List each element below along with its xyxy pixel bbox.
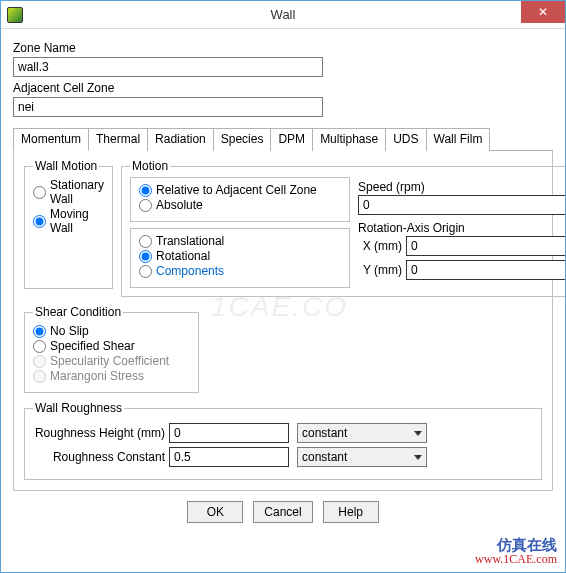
adjacent-zone-input[interactable] bbox=[13, 97, 323, 117]
motion-group: Motion Relative to Adjacent Cell Zone Ab… bbox=[121, 159, 566, 297]
specularity-radio bbox=[33, 355, 46, 368]
watermark-line1: 仿真在线 bbox=[475, 538, 557, 552]
roughness-constant-input[interactable] bbox=[169, 447, 289, 467]
wall-motion-legend: Wall Motion bbox=[33, 159, 99, 173]
tab-thermal[interactable]: Thermal bbox=[89, 128, 148, 151]
moving-wall-radio[interactable] bbox=[33, 215, 46, 228]
speed-label: Speed (rpm) bbox=[358, 180, 566, 194]
no-slip-radio[interactable] bbox=[33, 325, 46, 338]
stationary-wall-label: Stationary Wall bbox=[50, 178, 104, 206]
absolute-radio[interactable] bbox=[139, 199, 152, 212]
watermark: 仿真在线 www.1CAE.com bbox=[475, 538, 557, 566]
titlebar: Wall ✕ bbox=[1, 1, 565, 29]
components-radio[interactable] bbox=[139, 265, 152, 278]
no-slip-label: No Slip bbox=[50, 324, 89, 338]
roughness-group: Wall Roughness Roughness Height (mm) con… bbox=[24, 401, 542, 480]
speed-input[interactable] bbox=[358, 195, 566, 215]
tab-species[interactable]: Species bbox=[214, 128, 272, 151]
tab-dpm[interactable]: DPM bbox=[271, 128, 313, 151]
window-title: Wall bbox=[271, 7, 296, 22]
watermark-line2: www.1CAE.com bbox=[475, 552, 557, 566]
x-label: X (mm) bbox=[358, 239, 406, 253]
origin-label: Rotation-Axis Origin bbox=[358, 221, 566, 235]
marangoni-label: Marangoni Stress bbox=[50, 369, 144, 383]
close-button[interactable]: ✕ bbox=[521, 1, 565, 23]
roughness-height-mode-value: constant bbox=[302, 426, 347, 440]
translational-radio[interactable] bbox=[139, 235, 152, 248]
app-icon bbox=[7, 7, 23, 23]
roughness-height-mode[interactable]: constant bbox=[297, 423, 427, 443]
x-input[interactable] bbox=[406, 236, 566, 256]
specified-shear-label: Specified Shear bbox=[50, 339, 135, 353]
rotational-radio[interactable] bbox=[139, 250, 152, 263]
marangoni-radio bbox=[33, 370, 46, 383]
tab-wall-film[interactable]: Wall Film bbox=[427, 128, 491, 151]
zone-name-input[interactable] bbox=[13, 57, 323, 77]
adjacent-zone-label: Adjacent Cell Zone bbox=[13, 81, 553, 95]
tab-bar: Momentum Thermal Radiation Species DPM M… bbox=[13, 127, 553, 151]
relative-radio[interactable] bbox=[139, 184, 152, 197]
help-button[interactable]: Help bbox=[323, 501, 379, 523]
ok-button[interactable]: OK bbox=[187, 501, 243, 523]
roughness-constant-mode-value: constant bbox=[302, 450, 347, 464]
zone-name-label: Zone Name bbox=[13, 41, 553, 55]
specified-shear-radio[interactable] bbox=[33, 340, 46, 353]
absolute-label: Absolute bbox=[156, 198, 203, 212]
chevron-down-icon bbox=[414, 455, 422, 460]
components-label: Components bbox=[156, 264, 224, 278]
roughness-height-input[interactable] bbox=[169, 423, 289, 443]
y-input[interactable] bbox=[406, 260, 566, 280]
specularity-label: Specularity Coefficient bbox=[50, 354, 169, 368]
tab-momentum[interactable]: Momentum bbox=[13, 128, 89, 151]
chevron-down-icon bbox=[414, 431, 422, 436]
roughness-legend: Wall Roughness bbox=[33, 401, 124, 415]
shear-legend: Shear Condition bbox=[33, 305, 123, 319]
shear-group: Shear Condition No Slip Specified Shear … bbox=[24, 305, 199, 393]
motion-legend: Motion bbox=[130, 159, 170, 173]
translational-label: Translational bbox=[156, 234, 224, 248]
wall-motion-group: Wall Motion Stationary Wall Moving Wall bbox=[24, 159, 113, 289]
roughness-height-label: Roughness Height (mm) bbox=[33, 426, 169, 440]
tab-uds[interactable]: UDS bbox=[386, 128, 426, 151]
roughness-constant-mode[interactable]: constant bbox=[297, 447, 427, 467]
cancel-button[interactable]: Cancel bbox=[253, 501, 312, 523]
moving-wall-label: Moving Wall bbox=[50, 207, 104, 235]
tab-radiation[interactable]: Radiation bbox=[148, 128, 214, 151]
relative-label: Relative to Adjacent Cell Zone bbox=[156, 183, 317, 197]
close-icon: ✕ bbox=[538, 5, 548, 19]
stationary-wall-radio[interactable] bbox=[33, 186, 46, 199]
rotational-label: Rotational bbox=[156, 249, 210, 263]
roughness-constant-label: Roughness Constant bbox=[33, 450, 169, 464]
y-label: Y (mm) bbox=[358, 263, 406, 277]
tab-multiphase[interactable]: Multiphase bbox=[313, 128, 386, 151]
